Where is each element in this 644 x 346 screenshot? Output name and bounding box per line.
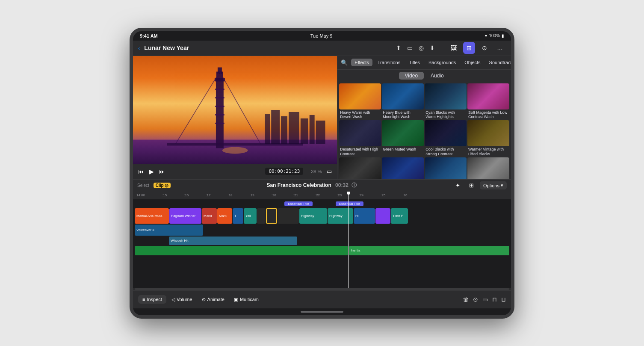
crop-icon[interactable]: ▭ bbox=[482, 296, 488, 303]
scrollbar-track[interactable] bbox=[135, 288, 509, 290]
home-bar bbox=[301, 311, 343, 313]
effect-item[interactable]: Desaturated with High Contrast bbox=[339, 120, 381, 157]
effect-item[interactable]: B&W with Blooming Highlights bbox=[467, 157, 509, 179]
effect-item[interactable]: B&W with High Contrast bbox=[339, 157, 381, 179]
voiceover-clip[interactable]: Voiceover 3 bbox=[135, 225, 203, 236]
animate-icon: ⊙ bbox=[202, 297, 206, 302]
settings-icon-btn[interactable]: ⊙ bbox=[479, 42, 490, 54]
fit-icon[interactable]: ⊞ bbox=[466, 180, 476, 191]
effect-item[interactable]: Heavy Warm with Desert Wash bbox=[339, 83, 381, 120]
ruler-mark: :21 bbox=[293, 193, 298, 197]
effect-item[interactable]: Deep Mids with High Saturation bbox=[425, 157, 467, 179]
video-clip[interactable]: Pageant Winner bbox=[169, 208, 201, 224]
search-icon[interactable]: 🔍 bbox=[341, 59, 348, 66]
video-clip[interactable]: Yell bbox=[244, 208, 257, 224]
status-date: Tue May 9 bbox=[310, 33, 333, 38]
svg-rect-17 bbox=[289, 112, 299, 144]
tab-objects[interactable]: Objects bbox=[461, 59, 484, 66]
voiceover-icon[interactable]: ◎ bbox=[419, 44, 424, 51]
music-clip-2[interactable]: Inertia bbox=[349, 246, 509, 255]
animate-button[interactable]: ⊙ Animate bbox=[198, 295, 229, 304]
main-video-track: Martial Arts Mura Pageant Winner Marki M… bbox=[135, 208, 509, 224]
playhead-ruler bbox=[349, 192, 349, 199]
effect-item[interactable]: Warmer Vintage with Lifted Blacks bbox=[467, 120, 509, 157]
video-clip[interactable] bbox=[257, 208, 266, 224]
effect-label: Cyan Blacks with Warm Highlights bbox=[425, 110, 467, 120]
multicam-button[interactable]: ▣ Multicam bbox=[230, 295, 263, 304]
svg-rect-2 bbox=[216, 80, 224, 148]
video-clip[interactable]: Highway bbox=[328, 208, 353, 224]
effect-item[interactable]: Heavy Blue with Moonlight Wash bbox=[382, 83, 424, 120]
video-clip[interactable]: Marki bbox=[202, 208, 217, 224]
tab-effects[interactable]: Effects bbox=[351, 59, 372, 66]
wifi-icon: ▾ bbox=[485, 33, 487, 38]
video-svg bbox=[133, 56, 337, 164]
video-clip[interactable]: Highway bbox=[299, 208, 327, 224]
effect-item[interactable]: Cyan Blacks with Warm Highlights bbox=[425, 83, 467, 120]
title-pill[interactable]: Essential Title bbox=[284, 201, 312, 206]
nav-right-icons: 🖼 ⊞ ⊙ … bbox=[448, 42, 506, 54]
timeline-title-text: San Francisco Celebration bbox=[266, 182, 331, 188]
more-icon-btn[interactable]: … bbox=[494, 42, 506, 54]
magic-icon[interactable]: ✦ bbox=[452, 180, 463, 191]
camera-icon[interactable]: ▭ bbox=[407, 44, 413, 51]
video-clip[interactable]: Time P bbox=[391, 208, 408, 224]
bottom-right-actions: 🗑 ⊙ ▭ ⊓ ⊔ bbox=[463, 296, 506, 303]
effect-item[interactable]: Cool Blacks with Strong Contrast bbox=[425, 120, 467, 157]
sfx-clip[interactable]: Whoosh Hit bbox=[169, 237, 297, 245]
video-toggle[interactable]: Video bbox=[399, 72, 424, 80]
status-right: ▾ 100% ▮ bbox=[485, 33, 504, 38]
tab-backgrounds[interactable]: Backgrounds bbox=[425, 59, 459, 66]
back-button[interactable]: ‹ bbox=[138, 45, 140, 51]
view-mode-icon[interactable]: ▭ bbox=[327, 168, 332, 174]
status-time: 9:41 AM bbox=[140, 33, 158, 38]
svg-rect-5 bbox=[218, 67, 222, 74]
video-clip[interactable] bbox=[278, 208, 299, 224]
video-clip[interactable]: Mark bbox=[217, 208, 232, 224]
effect-item[interactable]: Soft Magenta with Low Contrast Wash bbox=[467, 83, 509, 120]
volume-button[interactable]: ◁ Volume bbox=[167, 295, 197, 304]
timeline-tracks: Essential Title Essential Title Martial … bbox=[133, 199, 511, 288]
home-indicator bbox=[133, 308, 511, 315]
skip-forward-button[interactable]: ⏭ bbox=[159, 168, 165, 175]
video-preview[interactable] bbox=[133, 56, 337, 164]
options-button[interactable]: Options ▾ bbox=[480, 181, 507, 189]
ruler-mark: :17 bbox=[206, 193, 210, 197]
svg-rect-9 bbox=[215, 114, 225, 115]
timer-icon[interactable]: ⊙ bbox=[473, 296, 478, 303]
video-clip[interactable]: Hi bbox=[354, 208, 375, 224]
skip-back-button[interactable]: ⏮ bbox=[138, 168, 144, 175]
video-clip[interactable]: T bbox=[233, 208, 243, 224]
video-clip[interactable] bbox=[375, 208, 390, 224]
export-icon[interactable]: ⬇ bbox=[430, 44, 435, 51]
svg-rect-6 bbox=[215, 89, 225, 90]
info-icon[interactable]: ⓘ bbox=[352, 182, 357, 188]
tab-soundtracks[interactable]: Soundtracks bbox=[486, 59, 511, 66]
title-track: Essential Title Essential Title bbox=[135, 200, 509, 208]
browser-icon-btn[interactable]: ⊞ bbox=[463, 42, 475, 54]
audio-toggle[interactable]: Audio bbox=[425, 72, 450, 80]
share-icon[interactable]: ⬆ bbox=[396, 44, 401, 51]
main-content: ⏮ ▶ ⏭ 00:00:21:23 38 % ▭ 🔍 Effects Trans… bbox=[133, 56, 511, 179]
playback-controls: ⏮ ▶ ⏭ 00:00:21:23 38 % ▭ bbox=[133, 164, 337, 179]
effect-item[interactable]: Green Muted Wash bbox=[382, 120, 424, 157]
split-icon[interactable]: ⊓ bbox=[492, 296, 497, 303]
arrange-icon[interactable]: ⊔ bbox=[501, 296, 506, 303]
svg-rect-19 bbox=[310, 115, 315, 144]
inspect-button[interactable]: ≡ Inspect bbox=[138, 295, 166, 304]
status-bar: 9:41 AM Tue May 9 ▾ 100% ▮ bbox=[133, 31, 511, 41]
tab-transitions[interactable]: Transitions bbox=[374, 59, 404, 66]
video-clip-selected[interactable] bbox=[266, 208, 277, 224]
photos-icon-btn[interactable]: 🖼 bbox=[448, 42, 460, 54]
effect-thumbnail bbox=[339, 120, 381, 146]
ruler-mark: :26 bbox=[402, 193, 407, 197]
delete-icon[interactable]: 🗑 bbox=[463, 296, 469, 303]
music-clip[interactable] bbox=[135, 246, 348, 255]
video-clip[interactable]: Martial Arts Mura bbox=[135, 208, 169, 224]
title-pill[interactable]: Essential Title bbox=[336, 201, 363, 206]
battery-level: 100% bbox=[489, 33, 500, 38]
effect-item[interactable]: Dim Blue with Magenta Low bbox=[382, 157, 424, 179]
play-button[interactable]: ▶ bbox=[149, 168, 154, 175]
tab-titles[interactable]: Titles bbox=[405, 59, 423, 66]
video-frame bbox=[133, 56, 337, 164]
